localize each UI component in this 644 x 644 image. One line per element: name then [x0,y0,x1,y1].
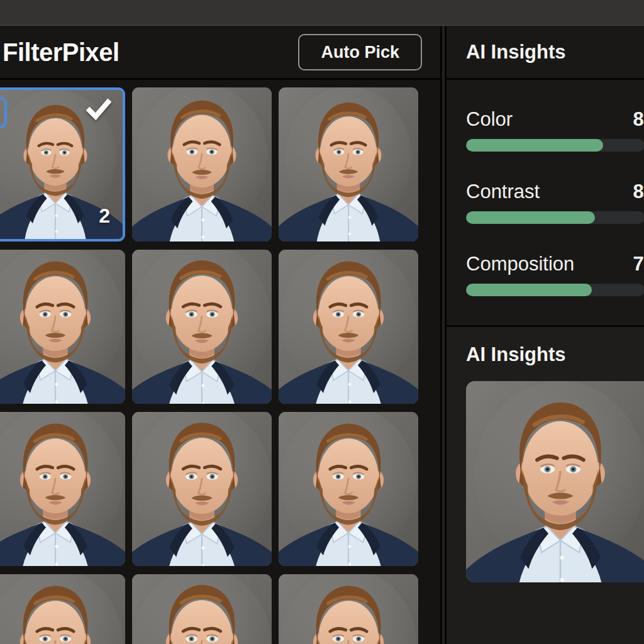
score-row-contrast: Contrast 80 [466,180,644,224]
ai-insights-title: AI Insights [466,41,565,64]
photo-thumbnail[interactable] [279,250,418,404]
photo-thumbnail[interactable] [132,574,272,644]
app-window: FilterPixel Auto Pick 2 [0,26,644,644]
photo-thumbnail[interactable] [132,87,272,242]
score-bar-fill [466,139,603,152]
auto-pick-button[interactable]: Auto Pick [298,34,422,70]
photo-thumbnail[interactable] [279,574,418,644]
score-row-color: Color 85 [466,108,644,152]
panel-divider[interactable] [440,26,447,644]
photo-thumbnail[interactable]: 2 [0,87,125,242]
score-value: 78 [633,253,644,275]
portrait-image [0,250,125,404]
photo-thumbnail[interactable] [0,574,125,644]
photo-thumbnail[interactable] [132,250,272,404]
ai-insights-panel: AI Insights Color 85 Contrast 80 [447,26,644,644]
score-bar-track [466,211,644,224]
insights-preview-title: AI Insights [466,343,644,366]
score-label: Composition [466,253,574,275]
toolbar: FilterPixel Auto Pick [0,26,440,80]
portrait-image [466,381,644,582]
score-label: Color [466,108,513,131]
flag-badge-icon [0,97,7,128]
portrait-image [279,412,418,566]
portrait-image [279,250,418,404]
scores-section: Color 85 Contrast 80 Composition [447,80,644,325]
score-label: Contrast [466,180,540,203]
portrait-image [132,250,272,404]
photo-thumbnail[interactable] [0,412,125,566]
score-value: 85 [633,108,644,131]
ai-insights-header: AI Insights [447,26,644,80]
photo-thumbnail[interactable] [279,412,418,566]
insights-preview-section: AI Insights [447,327,644,644]
portrait-image [279,574,418,644]
preview-photo [466,381,644,582]
score-row-composition: Composition 78 [466,253,644,296]
portrait-image [132,87,272,242]
portrait-image [132,412,272,566]
photo-grid-area: 2 [0,80,440,644]
photo-grid: 2 [0,87,440,644]
score-value: 80 [633,180,644,203]
count-badge: 2 [99,204,110,228]
photo-thumbnail[interactable] [132,412,272,566]
score-bar-track [466,284,644,296]
photo-thumbnail[interactable] [279,87,418,242]
score-bar-track [466,139,644,152]
photo-thumbnail[interactable] [0,250,125,404]
portrait-image [279,87,418,242]
app-title: FilterPixel [3,38,119,67]
left-pane: FilterPixel Auto Pick 2 [0,26,440,644]
check-icon[interactable] [86,97,111,120]
portrait-image [132,574,272,644]
score-bar-fill [466,284,592,296]
window-top-strip [0,0,644,26]
portrait-image [0,574,125,644]
score-bar-fill [466,211,595,224]
portrait-image [0,412,125,566]
